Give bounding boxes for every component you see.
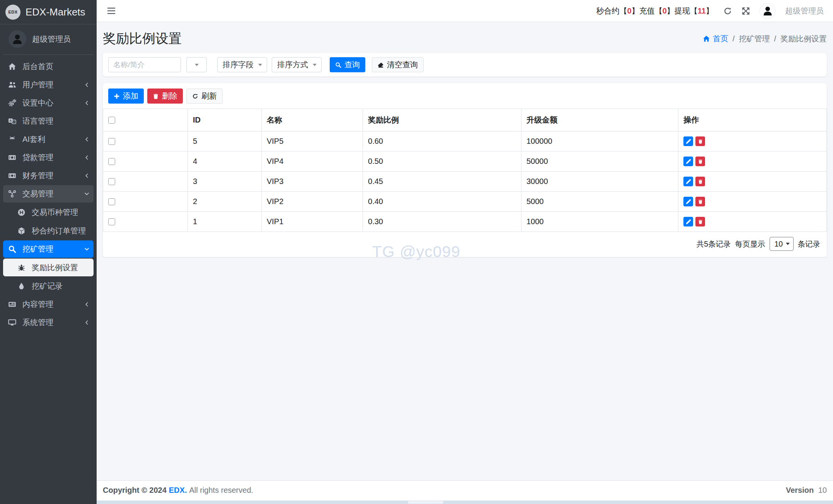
sidebar-item-ai-arbitrage[interactable]: AI套利 xyxy=(3,131,94,148)
table-row: 4 VIP4 0.50 50000 xyxy=(103,152,827,172)
trash-icon xyxy=(698,199,703,204)
sidebar-item-system[interactable]: 系统管理 xyxy=(3,314,94,331)
column-header-name: 名称 xyxy=(261,109,363,131)
edit-button[interactable] xyxy=(683,197,693,206)
delete-row-button[interactable] xyxy=(695,197,705,206)
edit-button[interactable] xyxy=(683,136,693,146)
chevron-left-icon xyxy=(84,173,90,179)
cell-name: VIP2 xyxy=(261,192,363,212)
bug-icon xyxy=(16,264,26,272)
row-checkbox[interactable] xyxy=(108,198,115,205)
delete-row-button[interactable] xyxy=(695,157,705,166)
select-all-checkbox[interactable] xyxy=(108,117,115,124)
avatar[interactable] xyxy=(760,3,775,19)
filter-mini-select[interactable] xyxy=(186,57,207,72)
sidebar-item-loans[interactable]: 贷款管理 xyxy=(3,149,94,166)
row-checkbox[interactable] xyxy=(108,218,115,225)
breadcrumb-separator: / xyxy=(732,34,735,43)
sidebar-subitem-contract-orders[interactable]: 挖矿记录 秒合约订单管理 xyxy=(3,222,94,240)
delete-row-button[interactable] xyxy=(695,177,705,186)
total-records: 共5条记录 xyxy=(697,239,731,249)
gears-icon xyxy=(7,99,17,107)
edit-button[interactable] xyxy=(683,217,693,226)
pencil-icon xyxy=(686,179,691,184)
sidebar-item-users[interactable]: 用户管理 xyxy=(3,76,94,94)
sidebar-subitem-trade-coins[interactable]: 交易币种管理 xyxy=(3,203,94,221)
cell-amount: 100000 xyxy=(521,131,678,152)
column-header-id: ID xyxy=(188,109,262,131)
topbar-stats[interactable]: 秒合约【0】充值【0】提现【11】 xyxy=(596,6,714,16)
cell-id: 5 xyxy=(188,131,262,152)
stat-contract-count: 0 xyxy=(627,7,632,15)
edit-button[interactable] xyxy=(683,157,693,166)
row-checkbox[interactable] xyxy=(108,158,115,165)
footer-copyright: Copyright © 2024 xyxy=(103,486,167,495)
sort-field-select[interactable]: 排序字段 xyxy=(217,57,267,72)
delete-row-button[interactable] xyxy=(695,136,705,146)
chevron-left-icon xyxy=(84,155,90,160)
caret-down-icon xyxy=(313,64,317,66)
breadcrumb-item: 挖矿管理 xyxy=(739,34,770,44)
per-page-select[interactable]: 10 xyxy=(770,237,794,251)
sidebar-item-trade[interactable]: 交易管理 xyxy=(3,185,94,203)
svg-text:A: A xyxy=(9,119,12,123)
column-header-ratio: 奖励比例 xyxy=(363,109,521,131)
sidebar-item-content[interactable]: 内容管理 xyxy=(3,296,94,313)
brand[interactable]: EDX EDX-Markets xyxy=(0,0,97,24)
sidebar-user-name: 超级管理员 xyxy=(32,34,71,44)
refresh-icon[interactable] xyxy=(724,7,732,15)
sidebar-item-mining[interactable]: 挖矿管理 xyxy=(3,240,94,258)
clear-query-button[interactable]: 清空查询 xyxy=(372,57,424,72)
delete-button[interactable]: 删除 xyxy=(147,89,183,104)
sidebar-toggle-button[interactable] xyxy=(106,5,117,17)
footer-brand-link[interactable]: EDX. xyxy=(169,486,187,495)
breadcrumb-home-link[interactable]: 首页 xyxy=(703,34,728,44)
data-table: ID 名称 奖励比例 升级金额 操作 5 VIP5 0.60 100000 xyxy=(103,109,827,232)
trash-icon xyxy=(698,179,703,184)
row-checkbox[interactable] xyxy=(108,178,115,185)
sidebar-item-settings[interactable]: 设置中心 xyxy=(3,94,94,112)
cell-ratio: 0.50 xyxy=(363,152,521,172)
watermark: TG @yc099 xyxy=(372,243,460,261)
table-row: 2 VIP2 0.40 5000 xyxy=(103,192,827,212)
breadcrumb: 首页 / 挖矿管理 / 奖励比例设置 xyxy=(703,34,827,44)
cell-ratio: 0.60 xyxy=(363,131,521,152)
query-button[interactable]: 查询 xyxy=(330,57,365,72)
plus-icon xyxy=(114,93,120,99)
cell-ratio: 0.45 xyxy=(363,172,521,192)
sidebar: EDX EDX-Markets 超级管理员 后台首页 用户管理 设置中心 Az … xyxy=(0,0,97,504)
horizontal-scrollbar[interactable] xyxy=(97,501,833,504)
money-bill-icon xyxy=(7,172,17,180)
trash-icon xyxy=(698,219,703,225)
sidebar-item-language[interactable]: Az 语言管理 xyxy=(3,112,94,130)
refresh-icon xyxy=(192,93,198,99)
trash-icon xyxy=(153,93,159,99)
fullscreen-icon[interactable] xyxy=(742,7,750,15)
table-card: 添加 删除 刷新 ID xyxy=(103,83,827,257)
content-header: 奖励比例设置 首页 / 挖矿管理 / 奖励比例设置 xyxy=(97,22,833,53)
chevron-left-icon xyxy=(84,136,90,142)
sort-order-select[interactable]: 排序方式 xyxy=(272,57,322,72)
edit-button[interactable] xyxy=(683,177,693,186)
refresh-button[interactable]: 刷新 xyxy=(186,89,223,104)
search-input[interactable] xyxy=(108,57,181,72)
sidebar-item-finance[interactable]: 财务管理 xyxy=(3,167,94,184)
topbar-user-name[interactable]: 超级管理员 xyxy=(785,6,824,16)
add-button[interactable]: 添加 xyxy=(108,89,144,104)
chevron-left-icon xyxy=(84,100,90,106)
breadcrumb-separator: / xyxy=(774,34,776,43)
stat-withdraw-count: 11 xyxy=(698,7,706,15)
search-icon xyxy=(7,245,17,253)
row-checkbox[interactable] xyxy=(108,138,115,145)
trash-icon xyxy=(698,159,703,164)
sidebar-subitem-mining-records[interactable]: 挖矿记录 xyxy=(3,277,94,295)
cube-icon xyxy=(16,227,26,235)
eraser-icon xyxy=(378,62,384,68)
sidebar-subitem-reward-ratio[interactable]: 奖励比例设置 xyxy=(3,259,94,276)
sidebar-item-dashboard[interactable]: 后台首页 xyxy=(3,58,94,75)
chevron-down-icon xyxy=(84,191,90,197)
footer-version-label: Version xyxy=(786,486,814,494)
delete-row-button[interactable] xyxy=(695,217,705,226)
cell-id: 4 xyxy=(188,152,262,172)
scrollbar-thumb[interactable] xyxy=(408,501,443,504)
